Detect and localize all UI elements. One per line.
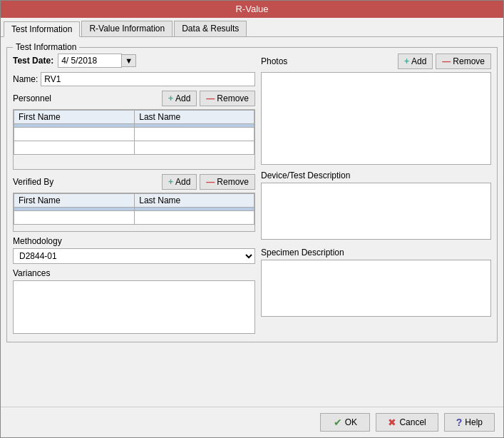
personnel-table-container: First Name Last Name — [13, 109, 255, 170]
right-column: Photos + Add — Remove — [261, 54, 491, 336]
tab-bar: Test Information R-Value Information Dat… — [1, 18, 503, 37]
verified-row-empty — [14, 211, 254, 225]
variances-label: Variances — [13, 268, 255, 278]
photos-btn-group: + Add — Remove — [398, 54, 491, 69]
name-input[interactable] — [41, 72, 255, 86]
date-picker-button[interactable]: ▼ — [121, 54, 136, 67]
cancel-label: Cancel — [399, 417, 426, 427]
check-icon: ✔ — [334, 417, 342, 428]
personnel-header: Personnel + Add — Remove — [13, 91, 255, 106]
verified-table: First Name Last Name — [14, 193, 254, 225]
help-button[interactable]: ? Help — [444, 413, 495, 432]
verified-table-body — [14, 208, 254, 225]
specimen-desc-label: Specimen Description — [261, 248, 491, 258]
personnel-table: First Name Last Name — [14, 110, 254, 155]
main-content: Test Information Test Date: ▼ Name: — [1, 37, 503, 407]
two-col-layout: Test Date: ▼ Name: Personnel — [13, 54, 491, 336]
personnel-first-empty2 — [14, 141, 135, 155]
methodology-select[interactable]: D2844-01 — [13, 248, 255, 264]
verified-firstname-header: First Name — [14, 194, 135, 208]
photos-remove-button[interactable]: — Remove — [436, 54, 491, 69]
verified-lastname-header: Last Name — [135, 194, 254, 208]
photos-header: Photos + Add — Remove — [261, 54, 491, 69]
specimen-desc-textarea[interactable] — [261, 260, 491, 317]
personnel-remove-button[interactable]: — Remove — [200, 91, 255, 106]
photos-add-button[interactable]: + Add — [398, 54, 433, 69]
tab-rvalue-information[interactable]: R-Value Information — [81, 21, 173, 36]
personnel-table-body — [14, 124, 254, 155]
variances-textarea[interactable] — [13, 280, 255, 334]
group-legend: Test Information — [13, 42, 79, 52]
personnel-row-empty2 — [14, 141, 254, 155]
personnel-firstname-header: First Name — [14, 111, 135, 124]
verified-by-header: Verified By + Add — Remove — [13, 174, 255, 190]
personnel-lastname-header: Last Name — [135, 111, 254, 124]
personnel-label: Personnel — [13, 93, 51, 103]
test-date-label: Test Date: — [13, 56, 53, 66]
help-label: Help — [465, 417, 483, 427]
verified-btn-group: + Add — Remove — [162, 174, 255, 190]
personnel-first-empty — [14, 128, 135, 141]
personnel-table-head: First Name Last Name — [14, 111, 254, 124]
verified-first-empty — [14, 211, 135, 225]
device-test-desc-label: Device/Test Description — [261, 170, 491, 180]
minus-icon: — — [206, 93, 215, 103]
x-icon: ✖ — [388, 417, 396, 428]
verified-last-empty — [135, 211, 254, 225]
plus-icon: + — [168, 93, 173, 103]
verified-header-row: First Name Last Name — [14, 194, 254, 208]
plus-icon3: + — [404, 56, 409, 66]
personnel-last-empty2 — [135, 141, 254, 155]
personnel-btn-group: + Add — Remove — [162, 91, 255, 106]
verified-remove-button[interactable]: — Remove — [200, 174, 255, 190]
name-row: Name: — [13, 72, 255, 86]
test-date-row: Test Date: ▼ — [13, 54, 255, 68]
tab-test-information[interactable]: Test Information — [4, 21, 80, 37]
question-icon: ? — [456, 417, 463, 428]
verified-table-head: First Name Last Name — [14, 194, 254, 208]
title-bar: R-Value — [1, 1, 503, 18]
minus-icon3: — — [442, 56, 451, 66]
date-wrapper: ▼ — [58, 54, 136, 68]
personnel-add-button[interactable]: + Add — [162, 91, 197, 106]
methodology-label: Methodology — [13, 236, 255, 246]
verified-table-container: First Name Last Name — [13, 193, 255, 232]
left-column: Test Date: ▼ Name: Personnel — [13, 54, 255, 336]
personnel-last-empty — [135, 128, 254, 141]
tab-data-results[interactable]: Data & Results — [174, 21, 247, 36]
main-window: R-Value Test Information R-Value Informa… — [0, 0, 504, 438]
test-info-group: Test Information Test Date: ▼ Name: — [6, 47, 498, 342]
cancel-button[interactable]: ✖ Cancel — [376, 413, 438, 432]
verified-by-label: Verified By — [13, 177, 53, 187]
window-title: R-Value — [235, 4, 268, 14]
personnel-row-empty1 — [14, 128, 254, 141]
personnel-header-row: First Name Last Name — [14, 111, 254, 124]
ok-label: OK — [345, 417, 357, 427]
device-test-desc-textarea[interactable] — [261, 183, 491, 240]
verified-add-button[interactable]: + Add — [162, 174, 197, 190]
minus-icon2: — — [206, 177, 215, 187]
plus-icon2: + — [168, 177, 173, 187]
photos-label: Photos — [261, 56, 287, 66]
photos-area — [261, 72, 491, 165]
test-date-input[interactable] — [58, 54, 122, 68]
ok-button[interactable]: ✔ OK — [320, 413, 370, 432]
name-label: Name: — [13, 74, 38, 84]
bottom-bar: ✔ OK ✖ Cancel ? Help — [1, 407, 503, 437]
